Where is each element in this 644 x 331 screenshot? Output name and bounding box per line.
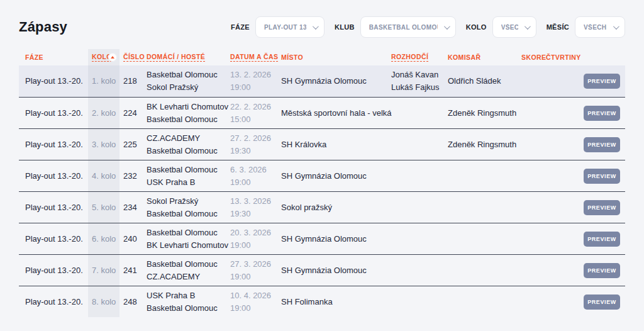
filter-mesic: Měsíc VŠECHNY	[547, 16, 625, 38]
cell-datetime: 27. 2. 2026 19:30	[230, 129, 281, 160]
column-header-cislo[interactable]: Číslo	[119, 49, 147, 65]
table-row: Play-out 13.-20. 1. kolo 218 Basketbal O…	[19, 65, 625, 97]
match-date: 6. 3. 2026	[230, 164, 281, 176]
cell-cislo: 225	[119, 129, 147, 160]
match-date: 10. 4. 2026	[230, 289, 281, 302]
filter-faze-select[interactable]: PLAY-OUT 13.-20.	[255, 16, 325, 38]
sort-indicator-icon[interactable]	[108, 53, 117, 62]
filter-mesic-value: VŠECHNY	[584, 24, 607, 31]
preview-button[interactable]: Preview	[584, 137, 620, 152]
cell-quarters	[546, 286, 584, 317]
preview-button[interactable]: Preview	[584, 232, 620, 247]
table-row: Play-out 13.-20. 6. kolo 240 Basketbal O…	[19, 223, 625, 254]
filter-kolo-select[interactable]: VŠECHNY	[492, 16, 536, 38]
match-time: 19:00	[230, 239, 281, 252]
match-time: 19:00	[230, 271, 281, 283]
column-header-datum-cas[interactable]: Datum a čas	[230, 49, 281, 65]
cell-commissioner: Oldřich Sládek	[448, 65, 521, 97]
filter-kolo: Kolo VŠECHNY	[466, 16, 536, 38]
away-team: Basketbal Olomouc	[147, 113, 230, 126]
preview-button[interactable]: Preview	[584, 74, 620, 89]
match-time: 19:00	[230, 302, 281, 315]
table-row: Play-out 13.-20. 7. kolo 241 Basketbal O…	[19, 254, 625, 286]
filter-klub-select[interactable]: BASKETBAL OLOMOUC	[360, 16, 456, 38]
home-team: Basketbal Olomouc	[147, 69, 230, 81]
column-header-faze: Fáze	[19, 49, 88, 65]
preview-button[interactable]: Preview	[584, 263, 620, 278]
match-time: 19:30	[230, 208, 281, 220]
cell-score	[521, 286, 546, 317]
match-date: 27. 2. 2026	[230, 132, 281, 145]
cell-faze: Play-out 13.-20.	[19, 223, 88, 254]
home-team: Basketbal Olomouc	[147, 164, 230, 176]
cell-commissioner	[448, 192, 521, 223]
match-date: 20. 3. 2026	[230, 227, 281, 239]
cell-quarters	[546, 192, 584, 223]
cell-datetime: 13. 3. 2026 19:30	[230, 192, 281, 223]
cell-datetime: 22. 2. 2026 15:00	[230, 98, 281, 128]
column-header-rozhodci[interactable]: Rozhodčí	[391, 49, 448, 65]
table-row: Play-out 13.-20. 3. kolo 225 CZ.ACADEMY …	[19, 128, 625, 160]
filter-klub: Klub BASKETBAL OLOMOUC	[335, 16, 456, 38]
preview-button[interactable]: Preview	[584, 295, 620, 310]
cell-cislo: 248	[119, 286, 147, 317]
filter-faze-value: PLAY-OUT 13.-20.	[264, 24, 306, 31]
cell-datetime: 13. 2. 2026 19:00	[230, 65, 281, 97]
cell-faze: Play-out 13.-20.	[19, 192, 88, 223]
cell-kolo: 3. kolo	[88, 129, 119, 160]
cell-commissioner: Zdeněk Ringsmuth	[448, 98, 521, 128]
match-time: 19:30	[230, 145, 281, 157]
chevron-down-icon	[313, 23, 319, 30]
cell-referees	[391, 98, 448, 128]
cell-action: Preview	[584, 98, 625, 128]
filter-mesic-select[interactable]: VŠECHNY	[575, 16, 625, 38]
column-header-domaci-hoste[interactable]: Domácí / Hosté	[147, 49, 230, 65]
cell-teams: USK Praha B Basketbal Olomouc	[147, 286, 230, 317]
cell-kolo: 8. kolo	[88, 286, 119, 317]
cell-quarters	[546, 160, 584, 191]
home-team: CZ.ACADEMY	[147, 132, 230, 145]
cell-commissioner	[448, 223, 521, 254]
filter-kolo-label: Kolo	[466, 23, 487, 31]
cell-score	[521, 65, 546, 97]
cell-teams: Sokol Pražský Basketbal Olomouc	[147, 192, 230, 223]
match-date: 27. 3. 2026	[230, 258, 281, 271]
filter-faze: Fáze PLAY-OUT 13.-20.	[231, 16, 325, 38]
cell-score	[521, 223, 546, 254]
away-team: CZ.ACADEMY	[147, 271, 230, 283]
cell-action: Preview	[584, 223, 625, 254]
away-team: Basketbal Olomouc	[147, 302, 230, 315]
cell-kolo: 1. kolo	[88, 65, 119, 97]
away-team: Sokol Pražský	[147, 81, 230, 94]
column-header-ctvrtiny: Čtvrtiny	[546, 49, 584, 65]
cell-quarters	[546, 65, 584, 97]
away-team: USK Praha B	[147, 176, 230, 189]
column-header-komisar: Komisař	[448, 49, 521, 65]
referee-1: Jonáš Kavan	[391, 69, 448, 81]
cell-venue: Sokol pražský	[281, 192, 391, 223]
cell-action: Preview	[584, 286, 625, 317]
table-row: Play-out 13.-20. 8. kolo 248 USK Praha B…	[19, 286, 625, 317]
cell-score	[521, 192, 546, 223]
table-header: Fáze Kolo Číslo Domácí / Hosté Datum a č…	[19, 49, 625, 65]
chevron-down-icon	[613, 23, 619, 30]
filter-kolo-value: VŠECHNY	[501, 24, 518, 31]
match-date: 13. 3. 2026	[230, 195, 281, 208]
preview-button[interactable]: Preview	[584, 169, 620, 184]
filter-bar: Fáze PLAY-OUT 13.-20. Klub BASKETBAL OLO…	[231, 16, 625, 38]
cell-venue: SH Gymnázia Olomouc	[281, 223, 391, 254]
preview-button[interactable]: Preview	[584, 106, 620, 121]
filter-faze-label: Fáze	[231, 23, 250, 31]
cell-datetime: 6. 3. 2026 19:00	[230, 160, 281, 191]
cell-referees	[391, 255, 448, 286]
home-team: BK Levharti Chomutov	[147, 101, 230, 113]
preview-button[interactable]: Preview	[584, 200, 620, 215]
table-row: Play-out 13.-20. 2. kolo 224 BK Levharti…	[19, 97, 625, 128]
cell-venue: SH Gymnázia Olomouc	[281, 65, 391, 97]
cell-venue: SH Folimanka	[281, 286, 391, 317]
column-header-skore: Skore	[521, 49, 546, 65]
cell-kolo: 6. kolo	[88, 223, 119, 254]
cell-score	[521, 129, 546, 160]
cell-commissioner	[448, 286, 521, 317]
cell-referees	[391, 286, 448, 317]
